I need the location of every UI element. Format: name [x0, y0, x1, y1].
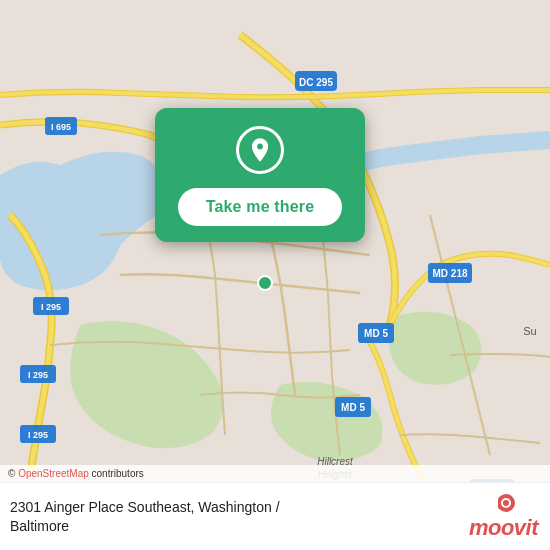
svg-text:Su: Su: [523, 325, 536, 337]
location-icon-wrap: [236, 126, 284, 174]
svg-text:I 295: I 295: [41, 302, 61, 312]
svg-point-22: [258, 276, 272, 290]
attribution-text: © OpenStreetMap contributors: [8, 468, 144, 479]
svg-text:I 295: I 295: [28, 370, 48, 380]
popup-card: Take me there: [155, 108, 365, 242]
location-pin-icon: [246, 136, 274, 164]
moovit-logo: moovit: [469, 492, 538, 541]
address-text: 2301 Ainger Place Southeast, Washington …: [10, 498, 469, 536]
attribution-bar: © OpenStreetMap contributors: [0, 465, 550, 482]
svg-text:DC 295: DC 295: [299, 77, 333, 88]
bottom-bar: 2301 Ainger Place Southeast, Washington …: [0, 482, 550, 550]
moovit-icon: [498, 492, 538, 514]
svg-text:MD 5: MD 5: [341, 402, 365, 413]
svg-text:I 695: I 695: [51, 122, 71, 132]
svg-text:I 295: I 295: [28, 430, 48, 440]
openstreetmap-link[interactable]: OpenStreetMap: [18, 468, 89, 479]
moovit-wordmark: moovit: [469, 515, 538, 541]
svg-point-25: [503, 500, 509, 506]
svg-text:MD 5: MD 5: [364, 328, 388, 339]
svg-text:MD 218: MD 218: [432, 268, 467, 279]
map-container: DC 295 I 695 I 295 I 295 I 295 MD 218 MD…: [0, 0, 550, 550]
take-me-there-button[interactable]: Take me there: [178, 188, 343, 226]
